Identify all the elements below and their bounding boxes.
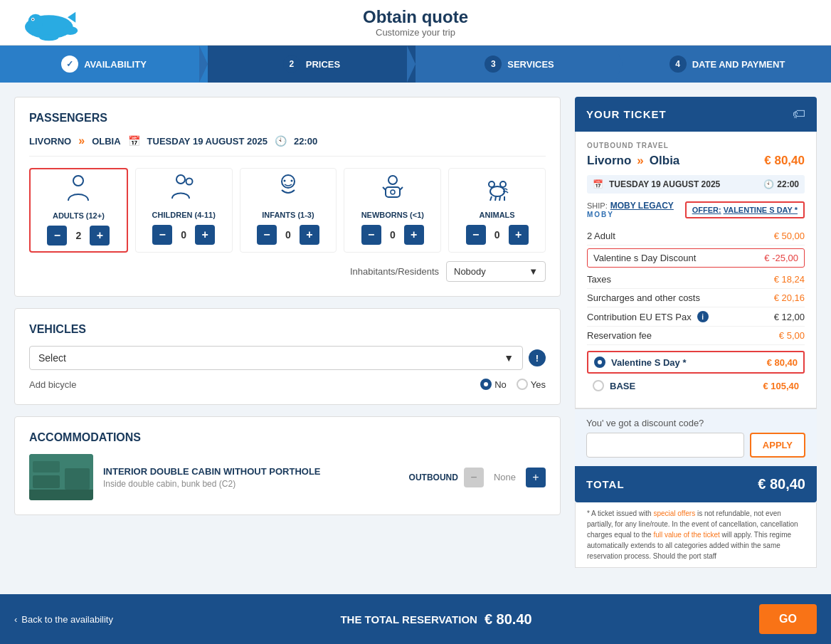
animals-count: 0: [490, 229, 504, 241]
children-plus-btn[interactable]: +: [195, 225, 215, 245]
bicycle-no-radio: [480, 379, 492, 390]
price-amount-surcharges: € 20,16: [774, 292, 805, 303]
bicycle-no-label: No: [494, 379, 507, 390]
svg-rect-14: [386, 187, 400, 197]
apply-discount-btn[interactable]: APPLY: [750, 433, 805, 458]
ticket-header: YOUR TICKET 🏷: [575, 97, 817, 132]
tariff-base[interactable]: BASE € 105,40: [587, 376, 805, 396]
ship-offer-row: SHIP: MOBY LEGACY MOBY OFFER: VALENTINE …: [587, 201, 805, 218]
accommodation-minus-btn[interactable]: −: [464, 468, 484, 487]
accommodation-name: INTERIOR DOUBLE CABIN WITHOUT PORTHOLE: [103, 466, 399, 477]
adults-counter: − 2 +: [36, 226, 121, 246]
step-services[interactable]: 3 SERVICES: [416, 46, 623, 83]
ticket-route-to: Olbia: [650, 154, 680, 168]
vehicle-dropdown[interactable]: Select ▼: [29, 346, 523, 370]
discount-code-input[interactable]: [586, 433, 744, 458]
price-label-surcharges: Surcharges and other costs: [587, 292, 700, 303]
price-amount-contribution: € 12,00: [774, 312, 805, 322]
svg-point-6: [39, 34, 58, 41]
bicycle-yes-radio: [517, 379, 528, 390]
accommodations-title: ACCOMMODATIONS: [29, 431, 546, 444]
ticket-date-row: 📅 TUESDAY 19 AUGUST 2025 🕙 22:00: [587, 175, 805, 194]
step-3-circle: 3: [485, 56, 502, 73]
animals-counter: − 0 +: [455, 225, 539, 245]
ship-label: SHIP:: [587, 201, 608, 210]
route-time: 22:00: [294, 136, 317, 147]
step-2-label: PRICES: [306, 59, 340, 70]
contribution-info-icon[interactable]: i: [697, 311, 709, 322]
footnote: * A ticket issued with special offers is…: [575, 502, 817, 568]
ticket-total-bar: TOTAL € 80,40: [575, 466, 817, 502]
route-arrow-icon: »: [78, 134, 85, 147]
svg-line-23: [499, 196, 500, 201]
infants-plus-btn[interactable]: +: [300, 225, 319, 245]
infants-count: 0: [281, 229, 295, 241]
right-panel: YOUR TICKET 🏷 OUTBOUND TRAVEL Livorno » …: [575, 97, 817, 568]
infants-minus-btn[interactable]: −: [257, 225, 277, 245]
residents-select[interactable]: Nobody ▼: [446, 261, 546, 282]
offer-name: VALENTINE S DAY *: [724, 206, 798, 214]
animals-minus-btn[interactable]: −: [466, 225, 486, 245]
adults-label: ADULTS (12+): [36, 211, 121, 220]
step-4-circle: 4: [669, 56, 687, 73]
svg-rect-28: [65, 468, 90, 490]
ticket-title: YOUR TICKET: [586, 108, 667, 120]
accommodation-image: [29, 454, 93, 500]
newborns-plus-btn[interactable]: +: [404, 225, 424, 245]
adults-minus-btn[interactable]: −: [47, 226, 67, 246]
tariff-valentine[interactable]: Valentine S Day * € 80,40: [587, 351, 805, 374]
tariff-valentine-label: Valentine S Day *: [611, 357, 761, 368]
passenger-adults: ADULTS (12+) − 2 +: [29, 168, 128, 253]
svg-line-16: [383, 187, 386, 190]
svg-line-22: [495, 196, 496, 201]
passenger-newborns: NEWBORNS (<1) − 0 +: [344, 168, 441, 253]
main-layout: PASSENGERS LIVORNO » OLBIA 📅 TUESDAY 19 …: [0, 83, 831, 582]
ship-name-row: SHIP: MOBY LEGACY: [587, 201, 674, 211]
accommodation-desc: Inside double cabin, bunk bed (C2): [103, 479, 399, 489]
children-counter: − 0 +: [142, 225, 226, 245]
accommodation-plus-btn[interactable]: +: [526, 468, 546, 487]
discount-section: You' ve got a discount code? APPLY: [575, 408, 817, 466]
animals-plus-btn[interactable]: +: [509, 225, 529, 245]
step-4-label: DATE AND PAYMENT: [692, 59, 785, 70]
passengers-section: PASSENGERS LIVORNO » OLBIA 📅 TUESDAY 19 …: [14, 97, 561, 297]
outbound-label: OUTBOUND TRAVEL: [587, 142, 805, 149]
header-title: Obtain quote Customize your trip: [363, 7, 468, 38]
newborns-minus-btn[interactable]: −: [361, 225, 381, 245]
passenger-animals: ANIMALS − 0 +: [448, 168, 546, 253]
svg-point-12: [290, 180, 292, 182]
newborns-icon: [350, 174, 435, 208]
ticket-time: 🕙 22:00: [763, 179, 799, 189]
price-amount-adult: € 50,00: [774, 231, 805, 241]
vehicles-title: VEHICLES: [29, 323, 546, 336]
newborns-counter: − 0 +: [350, 225, 435, 245]
offer-badge: OFFER: VALENTINE S DAY *: [685, 201, 805, 218]
clock-icon: 🕙: [275, 135, 287, 147]
adult-icon: [36, 175, 121, 208]
route-to: OLBIA: [92, 136, 120, 147]
clock-icon: 🕙: [763, 179, 774, 189]
total-amount: € 80,40: [758, 476, 805, 492]
svg-point-8: [176, 175, 185, 184]
step-availability[interactable]: ✓ AVAILABILITY: [0, 46, 208, 83]
step-date-payment[interactable]: 4 DATE AND PAYMENT: [623, 46, 831, 83]
tariff-options: Valentine S Day * € 80,40 BASE € 105,40: [587, 351, 805, 396]
passenger-children: CHILDREN (4-11) − 0 +: [135, 168, 233, 253]
bicycle-no-option[interactable]: No: [480, 379, 507, 390]
bicycle-yes-option[interactable]: Yes: [517, 379, 546, 390]
adults-plus-btn[interactable]: +: [90, 226, 110, 246]
price-amount-taxes: € 18,24: [774, 274, 805, 285]
chevron-down-icon: ▼: [529, 266, 538, 277]
children-label: CHILDREN (4-11): [142, 211, 226, 219]
accommodation-item: INTERIOR DOUBLE CABIN WITHOUT PORTHOLE I…: [29, 454, 546, 500]
infants-counter: − 0 +: [246, 225, 331, 245]
animals-label: ANIMALS: [455, 211, 539, 219]
children-icon: [142, 174, 226, 208]
vehicle-select-value: Select: [38, 352, 66, 364]
step-prices[interactable]: 2 PRICES: [208, 46, 416, 83]
children-minus-btn[interactable]: −: [152, 225, 172, 245]
tariff-base-price: € 105,40: [763, 381, 799, 391]
svg-point-2: [63, 26, 78, 35]
svg-point-9: [186, 179, 193, 185]
ticket-time-value: 22:00: [777, 179, 799, 189]
